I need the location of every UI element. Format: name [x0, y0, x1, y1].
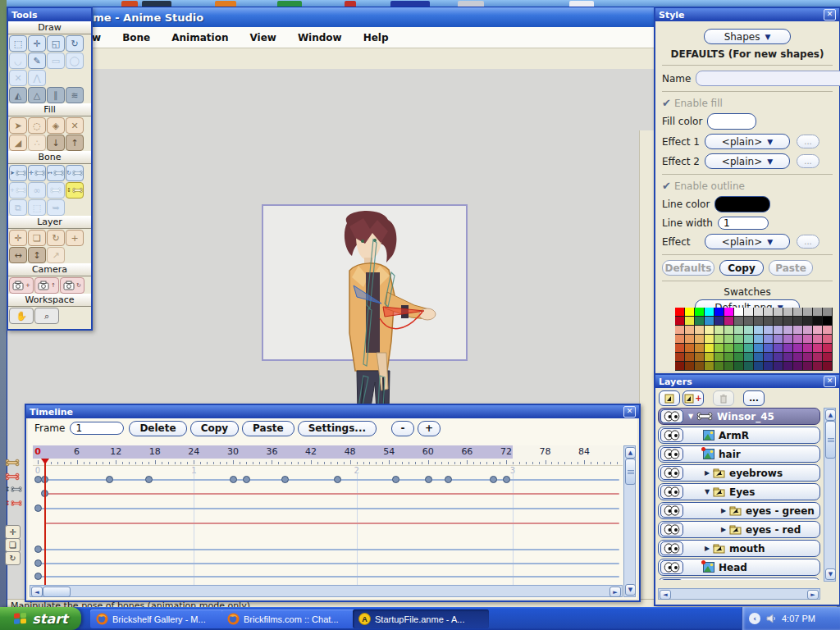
style-panel-titlebar[interactable]: Style ✕: [655, 8, 839, 21]
color-swatch[interactable]: [714, 308, 724, 317]
timeline-tickstrip[interactable]: 0123: [33, 459, 623, 466]
color-swatch[interactable]: [774, 335, 783, 344]
color-swatch[interactable]: [695, 362, 705, 371]
color-swatch[interactable]: [783, 308, 793, 317]
color-swatch[interactable]: [714, 362, 724, 371]
color-swatch[interactable]: [783, 344, 793, 353]
color-swatch[interactable]: [754, 308, 764, 317]
layer-visibility-toggle[interactable]: [660, 466, 683, 480]
color-swatch[interactable]: [685, 317, 695, 326]
color-swatch[interactable]: [734, 344, 744, 353]
delete-button[interactable]: Delete: [129, 421, 186, 436]
color-swatch[interactable]: [764, 362, 774, 371]
color-swatch[interactable]: [764, 326, 774, 335]
scroll-left-icon[interactable]: ◄: [660, 590, 671, 600]
lasso-shape-tool[interactable]: ◌: [28, 117, 46, 134]
color-swatch[interactable]: [705, 362, 714, 371]
name-input[interactable]: [696, 71, 840, 86]
color-swatch[interactable]: [734, 362, 744, 371]
color-swatch[interactable]: [793, 308, 803, 317]
layer-row-mouth[interactable]: ▶ mouth: [658, 540, 820, 557]
color-swatch[interactable]: [724, 362, 734, 371]
color-swatch[interactable]: [764, 308, 774, 317]
taskbar-task-brickshelf-gallery-m-[interactable]: Brickshelf Gallery - M...: [90, 609, 226, 628]
zoom-in-timeline-button[interactable]: +: [418, 421, 441, 436]
keyframe-dot[interactable]: [106, 476, 113, 483]
select-shape-tool[interactable]: ➤: [9, 117, 27, 134]
menu-animation[interactable]: Animation: [171, 32, 228, 43]
color-swatch[interactable]: [764, 344, 774, 353]
duplicate-layer-tool[interactable]: ❏: [28, 230, 46, 246]
keyframe-dot[interactable]: [145, 476, 153, 483]
zoom-camera-tool[interactable]: ↑: [34, 277, 59, 294]
new-layer-group-button[interactable]: +: [682, 390, 704, 406]
color-swatch[interactable]: [823, 353, 833, 362]
color-swatch[interactable]: [823, 362, 833, 371]
color-swatch[interactable]: [774, 362, 783, 371]
delete-shape-tool[interactable]: ✕: [66, 117, 84, 134]
keyframe-dot[interactable]: [334, 476, 341, 483]
timeline-vscrollbar[interactable]: ▲ ▼: [623, 445, 636, 597]
color-swatch[interactable]: [724, 326, 734, 335]
color-swatch[interactable]: [764, 317, 774, 326]
scroll-right-icon[interactable]: ►: [807, 590, 819, 600]
scroll-up-icon[interactable]: ▲: [825, 409, 836, 421]
close-icon[interactable]: ✕: [824, 9, 836, 21]
color-swatch[interactable]: [744, 308, 754, 317]
layer-row-eyes-red[interactable]: ▶ eyes - red: [658, 521, 820, 538]
menu-help[interactable]: Help: [363, 32, 389, 43]
color-swatch[interactable]: [803, 344, 813, 353]
color-swatch[interactable]: [803, 308, 813, 317]
layer-expander[interactable]: ▶: [719, 526, 728, 533]
color-swatch[interactable]: [724, 353, 734, 362]
color-swatch[interactable]: [714, 353, 724, 362]
color-swatch[interactable]: [783, 353, 793, 362]
keyframe-dot[interactable]: [230, 476, 237, 483]
color-swatch[interactable]: [744, 317, 754, 326]
scroll-down-icon[interactable]: ▼: [625, 584, 636, 596]
color-swatch[interactable]: [675, 317, 685, 326]
color-swatch[interactable]: [695, 308, 705, 317]
layer-visibility-toggle[interactable]: [660, 485, 683, 499]
line-color-swatch[interactable]: [714, 196, 770, 212]
layer-row-eyes-green[interactable]: ▶ eyes - green: [658, 502, 820, 519]
timeline-titlebar[interactable]: Timeline ✕: [26, 405, 639, 418]
color-swatch[interactable]: [695, 317, 705, 326]
color-swatch[interactable]: [714, 317, 724, 326]
color-swatch[interactable]: [783, 335, 793, 344]
clock[interactable]: 4:07 PM: [782, 614, 815, 623]
layer-row-hair[interactable]: hair: [658, 445, 820, 463]
layer-row-eyebrows[interactable]: ▶ eyebrows: [658, 464, 820, 482]
color-swatch[interactable]: [754, 353, 764, 362]
layer-expander[interactable]: ▶: [703, 545, 711, 552]
layer-expander[interactable]: ▼: [703, 488, 711, 495]
color-swatch[interactable]: [724, 317, 734, 326]
new-layer-button[interactable]: [659, 390, 680, 406]
rotate-points-tool[interactable]: ↻: [66, 35, 84, 52]
scrollbar-thumb[interactable]: [825, 421, 836, 459]
color-swatch[interactable]: [803, 317, 813, 326]
zoom-workspace-tool[interactable]: ⌕: [34, 308, 59, 324]
color-swatch[interactable]: [714, 326, 724, 335]
color-swatch[interactable]: [685, 353, 695, 362]
freehand-tool[interactable]: ✎: [28, 52, 46, 69]
color-swatch[interactable]: [675, 308, 685, 317]
color-swatch[interactable]: [774, 308, 783, 317]
keyframe-dot[interactable]: [34, 573, 42, 580]
keyframe-dot[interactable]: [392, 476, 399, 483]
keyframe-dot[interactable]: [281, 476, 289, 483]
scale-layer-tool[interactable]: ↔: [9, 247, 27, 263]
color-swatch[interactable]: [685, 308, 695, 317]
color-swatch[interactable]: [734, 308, 744, 317]
color-swatch[interactable]: [803, 326, 813, 335]
keyframe-dot[interactable]: [425, 476, 432, 483]
color-swatch[interactable]: [823, 344, 833, 353]
flip-tool[interactable]: ∥: [47, 87, 65, 103]
color-swatch[interactable]: [754, 326, 764, 335]
tools-palette-titlebar[interactable]: Tools: [8, 8, 91, 21]
paste-style-button[interactable]: Paste: [769, 260, 813, 276]
lower-shape-tool[interactable]: ↓: [47, 135, 65, 151]
keyframe-dot[interactable]: [445, 476, 452, 483]
color-swatch[interactable]: [675, 362, 685, 371]
track-camera-tool[interactable]: +: [9, 277, 34, 294]
